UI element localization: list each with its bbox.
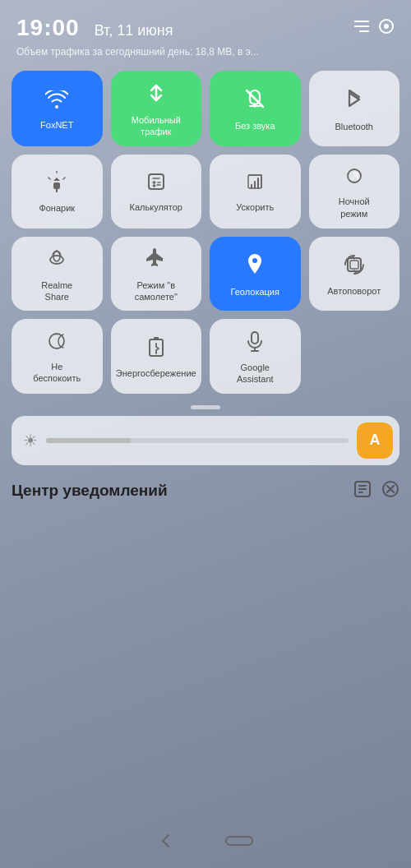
svg-rect-44: [226, 837, 252, 845]
tile-flashlight[interactable]: Фонарик: [12, 155, 103, 229]
realmeshare-icon: [46, 248, 67, 275]
mobile-icon: [145, 82, 167, 109]
nav-back-button[interactable]: [157, 832, 175, 855]
mute-icon: [244, 88, 266, 115]
airplane-icon: [145, 248, 167, 275]
tile-nightmode-label: Ночнойрежим: [339, 196, 370, 219]
tile-assistant-label: GoogleAssistant: [237, 362, 274, 386]
tile-flashlight-label: Фонарик: [39, 202, 75, 214]
wifi-icon: [45, 89, 68, 114]
brightness-fill: [46, 438, 131, 443]
quick-tiles: FoxNET Мобильныйтрафик Без звука: [0, 66, 411, 394]
menu-icon: [353, 20, 370, 37]
tile-calculator[interactable]: Калькулятор: [111, 155, 202, 229]
svg-point-27: [50, 256, 63, 264]
pagination-dot: [191, 405, 220, 409]
svg-point-4: [384, 24, 389, 29]
bluetooth-icon: [345, 87, 363, 116]
autorotate-icon: [344, 254, 365, 280]
svg-point-26: [351, 178, 353, 180]
svg-rect-6: [53, 182, 60, 189]
nav-home-button[interactable]: [224, 832, 254, 855]
tile-location[interactable]: Геолокация: [210, 237, 301, 312]
svg-rect-33: [154, 337, 159, 339]
tile-bluetooth[interactable]: Bluetooth: [309, 71, 400, 146]
nav-bar: [0, 819, 411, 868]
svg-point-29: [252, 258, 257, 263]
status-time: 19:00: [16, 15, 80, 41]
tile-airplane[interactable]: Режим "всамолете": [111, 237, 202, 312]
svg-line-8: [48, 178, 50, 179]
tile-airplane-label: Режим "всамолете": [135, 279, 178, 303]
tile-wifi[interactable]: FoxNET: [12, 71, 103, 146]
pagination: [0, 405, 411, 409]
svg-point-25: [356, 176, 359, 179]
status-bar: 19:00 Вт, 11 июня: [0, 0, 411, 44]
brightness-row[interactable]: ☀ A: [12, 416, 399, 465]
tile-realmeshare[interactable]: RealmeShare: [12, 237, 103, 312]
settings-icon[interactable]: [378, 18, 395, 39]
tile-battery-label: Энергосбережение: [116, 367, 196, 379]
tile-mute-label: Без звука: [235, 120, 275, 132]
tile-bluetooth-label: Bluetooth: [335, 121, 373, 132]
traffic-info: Объем трафика за сегодняшний день: 18,8 …: [0, 44, 411, 66]
status-date: Вт, 11 июня: [95, 22, 173, 39]
nightmode-icon: [344, 166, 364, 191]
tile-autorotate[interactable]: Автоповорот: [309, 237, 400, 312]
tile-dnd[interactable]: Небеспокоить: [12, 319, 103, 394]
tile-mobile[interactable]: Мобильныйтрафик: [111, 71, 202, 146]
auto-brightness-label: A: [370, 432, 381, 449]
tile-mobile-label: Мобильныйтрафик: [132, 114, 181, 138]
tile-realmeshare-label: RealmeShare: [41, 279, 72, 303]
tile-boost[interactable]: Ускорить: [210, 155, 301, 229]
dnd-icon: [47, 331, 67, 356]
svg-rect-11: [149, 174, 164, 189]
tile-assistant[interactable]: GoogleAssistant: [210, 319, 301, 394]
tile-boost-label: Ускорить: [236, 201, 274, 213]
status-icons: [353, 18, 395, 39]
svg-line-9: [63, 178, 65, 179]
svg-rect-34: [252, 332, 258, 344]
tile-nightmode[interactable]: Ночнойрежим: [309, 155, 400, 229]
notification-center-title: Центр уведомлений: [12, 482, 168, 500]
boost-icon: [245, 172, 265, 196]
flashlight-icon: [48, 171, 66, 197]
tile-location-label: Геолокация: [231, 286, 279, 298]
tile-calculator-label: Калькулятор: [130, 201, 182, 213]
nc-close-icon[interactable]: [381, 480, 399, 502]
assistant-icon: [246, 330, 264, 357]
brightness-bar[interactable]: [46, 438, 349, 443]
svg-rect-31: [350, 261, 358, 269]
battery-icon: [147, 336, 165, 362]
nc-edit-icon[interactable]: [353, 480, 372, 502]
tile-autorotate-label: Автоповорот: [327, 285, 381, 297]
tile-dnd-label: Небеспокоить: [33, 361, 81, 385]
tile-wifi-label: FoxNET: [40, 119, 73, 131]
auto-brightness-button[interactable]: A: [357, 422, 393, 459]
brightness-icon: ☀: [23, 431, 38, 450]
nc-icons: [353, 480, 399, 502]
notification-center-header: Центр уведомлений: [12, 480, 399, 502]
calculator-icon: [146, 172, 166, 196]
tile-battery[interactable]: Энергосбережение: [111, 319, 202, 394]
location-icon: [245, 252, 265, 281]
tile-mute[interactable]: Без звука: [210, 71, 301, 146]
